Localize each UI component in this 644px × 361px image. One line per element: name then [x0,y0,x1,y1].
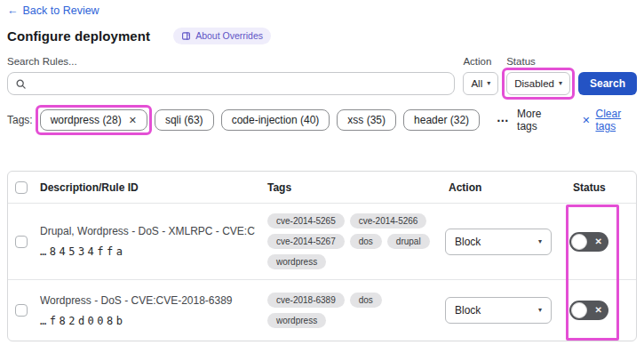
rule-action-cell: Block▾ [445,297,569,324]
column-header-status: Status [569,181,636,194]
configure-deployment-page: ← Back to Review Configure deployment Ab… [0,0,644,361]
search-button[interactable]: Search [578,72,637,95]
status-filter-label: Status [506,55,570,68]
toggle-off-icon: ✕ [595,306,602,315]
action-filter-label: Action [463,55,498,68]
ellipsis-icon: ⋯ [497,113,510,127]
rule-id: …84534ffa [40,245,255,258]
rule-tag-pill: cve-2014-5265 [267,213,345,229]
column-header-action: Action [445,181,569,194]
rule-tag-pill: cve-2014-5266 [350,213,427,229]
clear-tags-link[interactable]: ✕ Clear tags [582,108,644,132]
back-link[interactable]: ← Back to Review [7,4,99,17]
rule-tag-pill: cve-2014-5267 [267,234,345,249]
column-header-tags: Tags [267,181,445,194]
tags-label: Tags: [7,114,33,126]
chevron-down-icon: ▾ [538,307,542,314]
rule-status-cell: ✕ [569,301,636,320]
rule-status-cell: ✕ [569,232,636,252]
tag-chip[interactable]: xss (35) [337,109,396,131]
toggle-off-icon: ✕ [595,237,602,245]
clear-tags-label: Clear tags [595,108,644,132]
table-header-row: Description/Rule ID Tags Action Status [8,172,636,204]
book-icon [181,31,191,41]
rule-action-cell: Block▾ [445,229,569,255]
filter-controls: Search Rules... Action All ▾ Status Disa… [7,55,637,95]
search-input-box[interactable] [7,72,455,95]
search-input[interactable] [32,77,447,90]
page-title: Configure deployment [7,28,150,44]
selected-tag-annotation-box: wordpress (28) ✕ [36,105,152,135]
clear-x-icon: ✕ [582,115,590,126]
rule-tag-pill: drupal [387,234,430,249]
tag-chip[interactable]: header (32) [403,109,480,131]
row-checkbox[interactable] [15,304,28,317]
row-action-value: Block [455,304,481,317]
row-checkbox-cell [8,304,35,317]
about-overrides-label: About Overrides [195,30,263,41]
rule-tags-cell: cve-2014-5265cve-2014-5266cve-2014-5267d… [267,213,445,269]
rule-tag-pill: dos [350,293,382,308]
table-row: Wordpress - DoS - CVE:CVE-2018-6389…f82d… [8,280,636,341]
more-tags-label: More tags [517,108,564,132]
rule-tag-pill: wordpress [267,313,326,328]
row-action-dropdown[interactable]: Block▾ [445,297,552,324]
status-toggle[interactable]: ✕ [569,232,608,252]
status-filter-dropdown[interactable]: Disabled ▾ [506,72,570,95]
tag-chip[interactable]: code-injection (40) [221,109,330,131]
title-row: Configure deployment About Overrides [7,28,271,44]
about-overrides-badge[interactable]: About Overrides [173,28,271,44]
tag-chip-label: wordpress (28) [51,114,122,126]
toggle-knob [571,234,587,250]
toggle-knob [571,302,587,318]
remove-tag-icon[interactable]: ✕ [129,115,137,126]
table-row: Drupal, Wordpress - DoS - XMLRPC - CVE:C… [8,204,636,280]
search-rules-label: Search Rules... [7,55,455,68]
rule-tag-pill: wordpress [267,254,326,269]
chevron-down-icon: ▾ [559,80,562,87]
rule-description-cell: Wordpress - DoS - CVE:CVE-2018-6389…f82d… [35,294,267,327]
select-all-checkbox[interactable] [15,181,28,194]
chevron-down-icon: ▾ [487,80,490,87]
row-checkbox[interactable] [15,236,28,248]
rule-description: Wordpress - DoS - CVE:CVE-2018-6389 [40,294,255,307]
status-filter-annotation-box: Disabled ▾ [502,68,575,100]
tag-chip[interactable]: sqli (63) [155,109,214,131]
status-filter-value: Disabled [514,78,554,89]
column-header-description: Description/Rule ID [35,181,267,194]
chevron-down-icon: ▾ [538,238,542,245]
rule-tag-pill: dos [350,234,382,249]
row-action-dropdown[interactable]: Block▾ [445,229,552,255]
rules-table: Description/Rule ID Tags Action Status D… [7,171,637,341]
table-body: Drupal, Wordpress - DoS - XMLRPC - CVE:C… [8,204,636,341]
search-icon [15,78,27,90]
tag-chip-wordpress[interactable]: wordpress (28) ✕ [40,109,147,131]
row-action-value: Block [455,236,481,248]
rule-description-cell: Drupal, Wordpress - DoS - XMLRPC - CVE:C… [35,225,267,258]
back-link-label: Back to Review [23,4,99,17]
rule-description: Drupal, Wordpress - DoS - XMLRPC - CVE:C… [40,225,255,237]
rule-tags-cell: cve-2018-6389doswordpress [267,293,445,328]
row-checkbox-cell [8,236,35,248]
action-filter-value: All [471,78,482,89]
tags-bar: Tags: wordpress (28) ✕ sqli (63)code-inj… [7,108,644,132]
rule-tag-pill: cve-2018-6389 [267,293,345,308]
status-toggle[interactable]: ✕ [569,301,608,320]
action-filter-dropdown[interactable]: All ▾ [463,72,498,95]
more-tags-button[interactable]: ⋯ More tags [497,108,564,132]
rule-id: …f82d008b [40,315,255,327]
back-arrow-icon: ← [7,4,19,17]
